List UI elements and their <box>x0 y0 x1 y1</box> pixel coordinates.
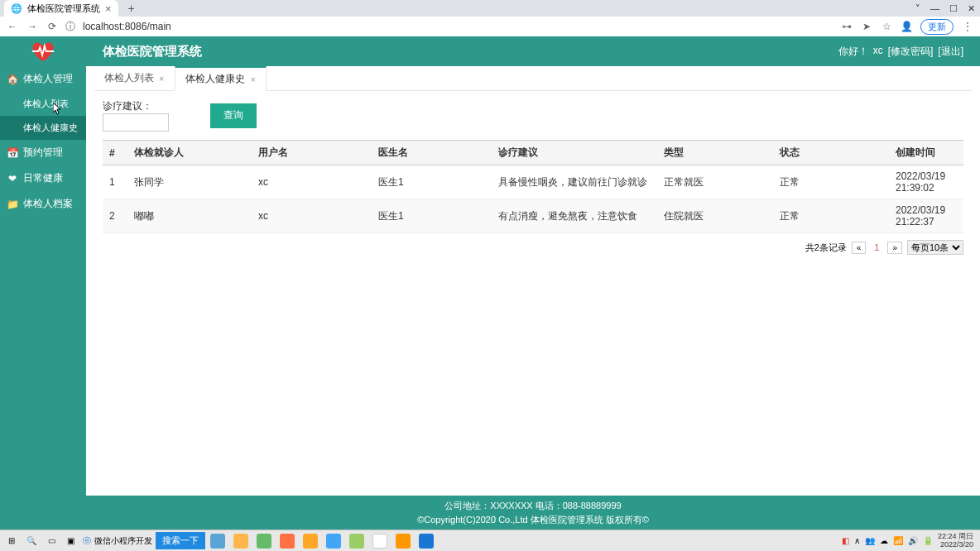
logo-icon <box>31 40 55 63</box>
tab-label: 体检人列表 <box>104 71 154 85</box>
close-icon[interactable]: × <box>105 2 112 15</box>
main-area: 体检医院管理系统 你好！ xc [修改密码] [退出] 体检人列表 × 体检人健… <box>86 36 980 529</box>
cell: 2022/03/19 21:39:02 <box>889 165 963 199</box>
reload-icon[interactable]: ⟳ <box>46 21 58 32</box>
app-icon[interactable] <box>233 534 248 549</box>
sidebar-item-appointment[interactable]: 📅 预约管理 <box>0 140 86 165</box>
sidebar-item-daily-health[interactable]: ❤ 日常健康 <box>0 165 86 191</box>
col-status: 状态 <box>773 141 889 165</box>
app-title: 体检医院管理系统 <box>103 44 202 60</box>
people-icon[interactable]: 👥 <box>865 536 875 545</box>
star-icon[interactable]: ☆ <box>881 21 892 32</box>
prev-page-button[interactable]: « <box>852 242 867 254</box>
content: 体检人列表 × 体检人健康史 × 诊疗建议： 查询 <box>86 66 980 529</box>
logout-link[interactable]: [退出] <box>938 45 963 59</box>
volume-icon[interactable]: 🔊 <box>908 536 918 545</box>
table-header-row: # 体检就诊人 用户名 医生名 诊疗建议 类型 状态 创建时间 <box>103 141 963 165</box>
col-index: # <box>103 141 127 165</box>
close-icon[interactable]: × <box>250 74 255 84</box>
cell: 2022/03/19 21:22:37 <box>889 199 963 233</box>
task-view-icon[interactable]: ▭ <box>48 536 55 545</box>
pagination: 共2条记录 « 1 » 每页10条 <box>86 233 980 261</box>
heart-icon: ❤ <box>7 173 18 184</box>
tab-health-history[interactable]: 体检人健康史 × <box>175 66 266 91</box>
maximize-icon[interactable]: ☐ <box>949 3 958 14</box>
send-icon[interactable]: ➤ <box>861 21 872 32</box>
clock[interactable]: 22:24 周日 2022/3/20 <box>938 533 977 549</box>
footer: 公司地址：XXXXXXX 电话：088-88889999 ©Copyright(… <box>86 496 980 529</box>
url-field[interactable]: localhost:8086/main <box>83 21 834 32</box>
explorer-icon[interactable]: ▣ <box>67 536 74 545</box>
tray-icon[interactable]: ∧ <box>854 536 860 545</box>
filter-row: 诊疗建议： 查询 <box>86 91 980 140</box>
sidebar-item-label: 体检人管理 <box>23 72 73 86</box>
table-row[interactable]: 1 张同学 xc 医生1 具备慢性咽炎，建议前往门诊就诊 正常就医 正常 202… <box>103 165 963 199</box>
sidebar-item-label: 日常健康 <box>23 171 63 185</box>
chrome-icon[interactable] <box>372 534 387 549</box>
app-icon[interactable] <box>326 534 341 549</box>
sidebar-item-checkup-list[interactable]: 体检人列表 <box>0 92 86 116</box>
sidebar-item-checkup-mgmt[interactable]: 🏠 体检人管理 <box>0 66 86 92</box>
battery-icon[interactable]: 🔋 <box>923 536 933 545</box>
sidebar-item-archive[interactable]: 📁 体检人档案 <box>0 191 86 217</box>
table-row[interactable]: 2 嘟嘟 xc 医生1 有点消瘦，避免熬夜，注意饮食 住院就医 正常 2022/… <box>103 199 963 233</box>
data-table: # 体检就诊人 用户名 医生名 诊疗建议 类型 状态 创建时间 1 <box>103 140 963 233</box>
start-icon[interactable]: ⊞ <box>8 536 15 545</box>
app-icon[interactable] <box>396 534 411 549</box>
next-page-button[interactable]: » <box>887 242 902 254</box>
app-icon[interactable] <box>280 534 295 549</box>
tab-checkup-list[interactable]: 体检人列表 × <box>94 66 175 90</box>
footer-line1: 公司地址：XXXXXXX 电话：088-88889999 <box>86 499 980 513</box>
more-icon[interactable]: ˅ <box>915 3 920 14</box>
search-box[interactable]: 搜索一下 <box>156 532 205 549</box>
app-icon[interactable] <box>303 534 318 549</box>
window-controls: ˅ — ☐ ✕ <box>915 3 975 14</box>
cell: 1 <box>103 165 127 199</box>
taskbar-app-label[interactable]: 微信小程序开发 <box>94 535 152 547</box>
browser-chrome: 🌐 体检医院管理系统 × + ˅ — ☐ ✕ ← → ⟳ ⓘ localhost… <box>0 0 980 37</box>
col-suggestion: 诊疗建议 <box>492 141 657 165</box>
minimize-icon[interactable]: — <box>930 3 939 14</box>
cell: 有点消瘦，避免熬夜，注意饮食 <box>492 199 657 233</box>
app-icon[interactable] <box>349 534 364 549</box>
change-password-link[interactable]: [修改密码] <box>888 45 934 59</box>
system-tray: ◧ ∧ 👥 ☁ 📶 🔊 🔋 22:24 周日 2022/3/20 <box>842 533 977 549</box>
per-page-select[interactable]: 每页10条 <box>907 240 963 255</box>
close-window-icon[interactable]: ✕ <box>968 3 975 14</box>
logo-area <box>0 36 86 66</box>
menu-icon[interactable]: ⋮ <box>962 21 973 32</box>
info-icon[interactable]: ⓘ <box>65 21 76 32</box>
app-icon[interactable] <box>419 534 434 549</box>
back-icon[interactable]: ← <box>7 21 18 32</box>
profile-icon[interactable]: 👤 <box>901 21 912 32</box>
new-tab-button[interactable]: + <box>125 2 138 15</box>
wifi-icon[interactable]: 📶 <box>893 536 903 545</box>
search-icon[interactable]: 🔍 <box>26 536 36 545</box>
app-icon[interactable] <box>257 534 271 549</box>
ie-icon[interactable]: ⓔ <box>83 535 91 547</box>
footer-line2: ©Copyright(C)2020 Co.,Ltd 体检医院管理系统 版权所有© <box>86 513 980 527</box>
cell: 正常就医 <box>657 165 773 199</box>
suggestion-input[interactable] <box>103 113 169 132</box>
tab-title: 体检医院管理系统 <box>27 2 100 15</box>
sidebar: 🏠 体检人管理 体检人列表 体检人健康史 📅 预约管理 ❤ 日常健康 📁 体检人… <box>0 36 86 529</box>
cell: xc <box>252 165 372 199</box>
tray-icon[interactable]: ☁ <box>880 536 888 545</box>
cell: 医生1 <box>372 199 492 233</box>
query-button[interactable]: 查询 <box>210 103 257 128</box>
filter-label: 诊疗建议： <box>103 100 152 112</box>
sidebar-item-label: 体检人档案 <box>23 197 73 211</box>
sidebar-item-health-history[interactable]: 体检人健康史 <box>0 116 86 140</box>
update-button[interactable]: 更新 <box>920 19 954 35</box>
app-icon[interactable] <box>210 534 225 549</box>
tab-favicon: 🌐 <box>11 3 22 14</box>
taskbar-apps <box>210 534 434 549</box>
browser-tab[interactable]: 🌐 体检医院管理系统 × <box>4 0 118 17</box>
tray-icon[interactable]: ◧ <box>842 536 849 545</box>
cursor-icon <box>53 103 63 116</box>
key-icon[interactable]: ⊶ <box>841 21 853 32</box>
cell: 2 <box>103 199 127 233</box>
total-text: 共2条记录 <box>805 242 847 254</box>
close-icon[interactable]: × <box>159 74 164 84</box>
forward-icon[interactable]: → <box>26 21 38 32</box>
